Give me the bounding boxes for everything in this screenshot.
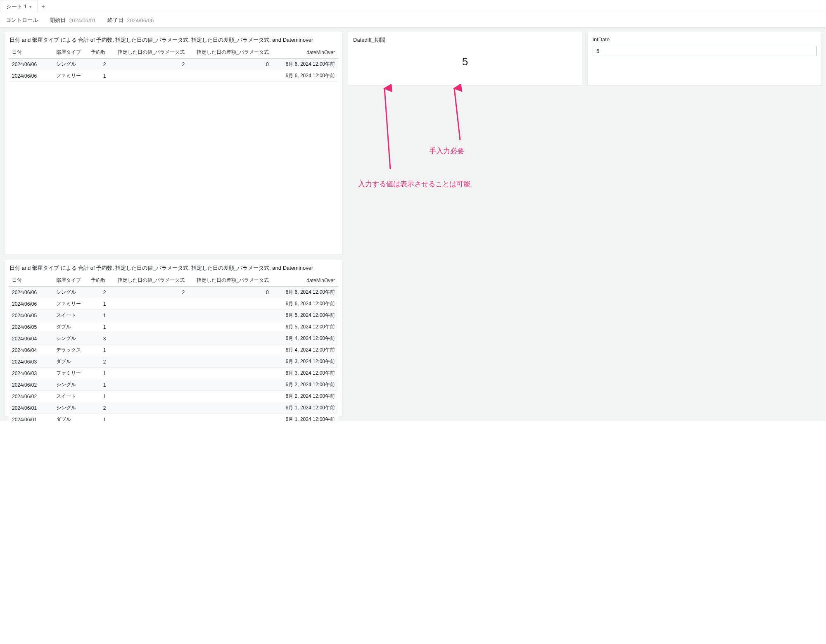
kpi-title: intDate bbox=[593, 36, 817, 43]
tab-sheet1[interactable]: シート 1 ▾ bbox=[0, 0, 38, 13]
table-row[interactable]: 2024/06/05スイート16月 5, 2024 12:00午前 bbox=[9, 310, 338, 321]
cell-date: 2024/06/03 bbox=[9, 368, 53, 379]
cell-date: 2024/06/05 bbox=[9, 310, 53, 321]
cell-param_diff bbox=[188, 356, 272, 368]
add-sheet-button[interactable]: + bbox=[38, 1, 49, 12]
visual-title: 日付 and 部屋タイプ による 合計 of 予約数, 指定した日の値_パラメー… bbox=[5, 260, 342, 274]
cell-reservations: 1 bbox=[86, 298, 109, 310]
cell-reservations: 1 bbox=[86, 310, 109, 321]
cell-param_diff bbox=[188, 414, 272, 421]
cell-reservations: 2 bbox=[86, 287, 109, 298]
table-row[interactable]: 2024/06/05ダブル16月 5, 2024 12:00午前 bbox=[9, 321, 338, 333]
cell-param_value: 2 bbox=[109, 287, 188, 298]
cell-param_value bbox=[109, 379, 188, 391]
cell-room_type: ファミリー bbox=[53, 368, 86, 379]
cell-date_min_over: 6月 5, 2024 12:00午前 bbox=[272, 321, 338, 333]
cell-date_min_over: 6月 6, 2024 12:00午前 bbox=[272, 298, 338, 310]
cell-param_value bbox=[109, 368, 188, 379]
cell-room_type: デラックス bbox=[53, 345, 86, 356]
cell-param_value bbox=[109, 321, 188, 333]
table-row[interactable]: 2024/06/04シングル36月 4, 2024 12:00午前 bbox=[9, 333, 338, 345]
cell-reservations: 1 bbox=[86, 379, 109, 391]
table-row[interactable]: 2024/06/03ダブル26月 3, 2024 12:00午前 bbox=[9, 356, 338, 368]
cell-param_diff bbox=[188, 310, 272, 321]
cell-param_value bbox=[109, 333, 188, 345]
table-row[interactable]: 2024/06/02シングル16月 2, 2024 12:00午前 bbox=[9, 379, 338, 391]
annotation-value-display: 入力する値は表示させることは可能 bbox=[358, 179, 470, 189]
table-row[interactable]: 2024/06/01シングル26月 1, 2024 12:00午前 bbox=[9, 402, 338, 414]
cell-room_type: シングル bbox=[53, 379, 86, 391]
cell-param_diff bbox=[188, 402, 272, 414]
col-param-value[interactable]: 指定した日の値_パラメータ式 bbox=[109, 274, 188, 287]
end-date-value: 2024/06/06 bbox=[127, 17, 154, 24]
arrow-icon bbox=[450, 84, 466, 142]
left-column: 日付 and 部屋タイプ による 合計 of 予約数, 指定した日の値_パラメー… bbox=[4, 32, 343, 417]
intdate-input[interactable] bbox=[593, 46, 817, 56]
cell-date_min_over: 6月 3, 2024 12:00午前 bbox=[272, 368, 338, 379]
visual-title: 日付 and 部屋タイプ による 合計 of 予約数, 指定した日の値_パラメー… bbox=[5, 32, 342, 46]
cell-param_value bbox=[109, 70, 188, 82]
col-date-min-over[interactable]: dateMinOver bbox=[272, 274, 338, 287]
table-row[interactable]: 2024/06/06ファミリー16月 6, 2024 12:00午前 bbox=[9, 70, 338, 82]
table-row[interactable]: 2024/06/04デラックス16月 4, 2024 12:00午前 bbox=[9, 345, 338, 356]
cell-param_diff bbox=[188, 391, 272, 402]
cell-date_min_over: 6月 4, 2024 12:00午前 bbox=[272, 333, 338, 345]
cell-date: 2024/06/05 bbox=[9, 321, 53, 333]
cell-room_type: シングル bbox=[53, 59, 86, 70]
kpi-title: Datediff_期間 bbox=[353, 36, 577, 44]
col-date[interactable]: 日付 bbox=[9, 274, 53, 287]
table-visual-2[interactable]: 日付 and 部屋タイプ による 合計 of 予約数, 指定した日の値_パラメー… bbox=[4, 260, 343, 417]
table-header-row: 日付 部屋タイプ 予約数 指定した日の値_パラメータ式 指定した日の差額_パラメ… bbox=[9, 46, 338, 59]
cell-date_min_over: 6月 1, 2024 12:00午前 bbox=[272, 402, 338, 414]
kpi-intdate[interactable]: intDate bbox=[587, 32, 822, 86]
cell-room_type: シングル bbox=[53, 333, 86, 345]
table-row[interactable]: 2024/06/06シングル2206月 6, 2024 12:00午前 bbox=[9, 287, 338, 298]
cell-room_type: ダブル bbox=[53, 321, 86, 333]
cell-date: 2024/06/06 bbox=[9, 59, 53, 70]
cell-date_min_over: 6月 1, 2024 12:00午前 bbox=[272, 414, 338, 421]
cell-date: 2024/06/06 bbox=[9, 70, 53, 82]
annotation-manual-input: 手入力必要 bbox=[429, 146, 464, 156]
col-reservations[interactable]: 予約数 bbox=[86, 46, 109, 59]
controls-label: コントロール bbox=[6, 17, 38, 24]
table-row[interactable]: 2024/06/03ファミリー16月 3, 2024 12:00午前 bbox=[9, 368, 338, 379]
data-table-1: 日付 部屋タイプ 予約数 指定した日の値_パラメータ式 指定した日の差額_パラメ… bbox=[9, 46, 338, 82]
plus-icon: + bbox=[41, 3, 45, 10]
cell-param_diff bbox=[188, 368, 272, 379]
col-reservations[interactable]: 予約数 bbox=[86, 274, 109, 287]
cell-param_value bbox=[109, 310, 188, 321]
cell-date_min_over: 6月 6, 2024 12:00午前 bbox=[272, 287, 338, 298]
arrow-icon bbox=[379, 84, 395, 171]
table-visual-1[interactable]: 日付 and 部屋タイプ による 合計 of 予約数, 指定した日の値_パラメー… bbox=[4, 32, 343, 255]
cell-date_min_over: 6月 2, 2024 12:00午前 bbox=[272, 391, 338, 402]
cell-date_min_over: 6月 4, 2024 12:00午前 bbox=[272, 345, 338, 356]
cell-date: 2024/06/06 bbox=[9, 298, 53, 310]
col-param-value[interactable]: 指定した日の値_パラメータ式 bbox=[109, 46, 188, 59]
col-param-diff[interactable]: 指定した日の差額_パラメータ式 bbox=[188, 274, 272, 287]
control-start-date[interactable]: 開始日 2024/06/01 bbox=[50, 17, 96, 24]
tab-label: シート 1 bbox=[6, 3, 27, 10]
col-date[interactable]: 日付 bbox=[9, 46, 53, 59]
end-date-label: 終了日 bbox=[107, 17, 123, 24]
cell-date: 2024/06/02 bbox=[9, 391, 53, 402]
cell-reservations: 1 bbox=[86, 414, 109, 421]
table-row[interactable]: 2024/06/06シングル2206月 6, 2024 12:00午前 bbox=[9, 59, 338, 70]
col-date-min-over[interactable]: dateMinOver bbox=[272, 46, 338, 59]
cell-room_type: スイート bbox=[53, 310, 86, 321]
control-end-date[interactable]: 終了日 2024/06/06 bbox=[107, 17, 154, 24]
svg-line-3 bbox=[454, 88, 460, 140]
col-room-type[interactable]: 部屋タイプ bbox=[53, 46, 86, 59]
col-room-type[interactable]: 部屋タイプ bbox=[53, 274, 86, 287]
cell-param_value bbox=[109, 402, 188, 414]
cell-param_value bbox=[109, 298, 188, 310]
cell-param_diff bbox=[188, 333, 272, 345]
table-row[interactable]: 2024/06/06ファミリー16月 6, 2024 12:00午前 bbox=[9, 298, 338, 310]
table-row[interactable]: 2024/06/02スイート16月 2, 2024 12:00午前 bbox=[9, 391, 338, 402]
cell-room_type: ダブル bbox=[53, 414, 86, 421]
cell-date_min_over: 6月 3, 2024 12:00午前 bbox=[272, 356, 338, 368]
table-row[interactable]: 2024/06/01ダブル16月 1, 2024 12:00午前 bbox=[9, 414, 338, 421]
kpi-datediff[interactable]: Datediff_期間 5 bbox=[348, 32, 582, 86]
cell-date: 2024/06/01 bbox=[9, 414, 53, 421]
annotation-overlay: 手入力必要 入力する値は表示させることは可能 bbox=[348, 90, 822, 214]
col-param-diff[interactable]: 指定した日の差額_パラメータ式 bbox=[188, 46, 272, 59]
